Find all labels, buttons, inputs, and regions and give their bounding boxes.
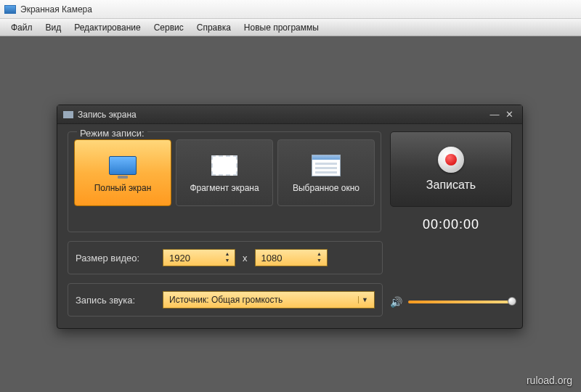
width-value: 1920 [169,253,190,264]
record-icon [438,147,464,173]
close-icon[interactable]: ✕ [502,109,516,120]
mode-window-button[interactable]: Выбранное окно [277,139,375,206]
record-dialog: Запись экрана — ✕ Режим записи: Полный э… [57,105,523,329]
minimize-icon[interactable]: — [487,109,502,120]
audio-source-select[interactable]: Источник: Общая громкость ▼ [163,291,375,309]
app-title: Экранная Камера [20,4,92,15]
volume-slider[interactable] [408,301,512,303]
video-size-label: Размер видео: [76,253,155,264]
width-up-icon[interactable]: ▲ [223,251,232,258]
height-up-icon[interactable]: ▲ [315,251,324,258]
menu-new-programs[interactable]: Новые программы [237,20,325,35]
mode-fragment-button[interactable]: Фрагмент экрана [176,139,273,206]
mode-window-label: Выбранное окно [293,183,359,193]
monitor-icon [109,156,137,175]
audio-label: Запись звука: [76,295,155,306]
width-input[interactable]: 1920 ▲▼ [163,249,235,266]
menu-help[interactable]: Справка [190,20,237,35]
dialog-titlebar[interactable]: Запись экрана — ✕ [57,105,522,124]
volume-row: 🔊 [390,296,512,308]
width-down-icon[interactable]: ▼ [223,258,232,264]
app-icon [4,5,16,14]
chevron-down-icon: ▼ [358,296,371,303]
dialog-body: Режим записи: Полный экран Фрагмент экра… [57,124,522,328]
timer-display: 00:00:00 [423,217,479,232]
mode-group: Режим записи: Полный экран Фрагмент экра… [68,131,381,232]
selection-icon [211,155,237,176]
slider-thumb[interactable] [508,297,516,306]
watermark: ruload.org [527,375,572,386]
mode-fullscreen-button[interactable]: Полный экран [74,139,171,206]
workspace: Запись экрана — ✕ Режим записи: Полный э… [0,36,581,392]
menu-service[interactable]: Сервис [147,20,190,35]
height-down-icon[interactable]: ▼ [315,258,324,264]
dialog-icon [63,111,73,118]
record-button-label: Записать [426,179,476,192]
mode-fullscreen-label: Полный экран [94,183,152,193]
window-icon [312,155,341,176]
record-button[interactable]: Записать [390,131,512,207]
audio-row: Запись звука: Источник: Общая громкость … [68,283,383,317]
video-size-row: Размер видео: 1920 ▲▼ x 1080 ▲▼ [68,241,383,274]
height-value: 1080 [261,253,283,264]
height-input[interactable]: 1080 ▲▼ [255,249,328,266]
dialog-title: Запись экрана [78,110,137,120]
size-separator: x [243,253,248,264]
mode-fragment-label: Фрагмент экрана [190,183,259,193]
menu-view[interactable]: Вид [39,20,68,35]
menu-file[interactable]: Файл [4,20,39,35]
audio-source-value: Источник: Общая громкость [169,295,283,305]
main-titlebar: Экранная Камера [0,0,581,19]
menu-edit[interactable]: Редактирование [68,20,147,35]
main-menubar: Файл Вид Редактирование Сервис Справка Н… [0,19,581,36]
speaker-icon: 🔊 [390,296,402,308]
mode-label: Режим записи: [77,128,147,139]
